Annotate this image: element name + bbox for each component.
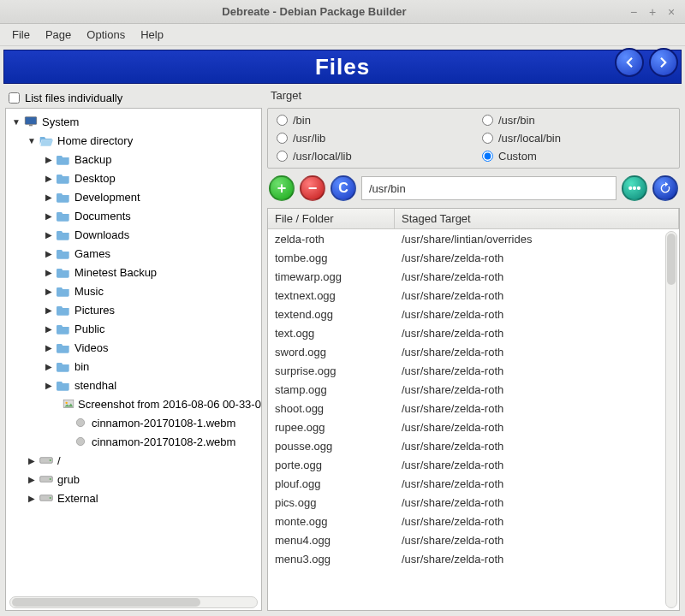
table-row[interactable]: surprise.ogg/usr/share/zelda-roth [268,361,679,380]
expand-icon[interactable]: ▶ [44,381,54,390]
folder-icon [56,190,71,204]
table-row[interactable]: porte.ogg/usr/share/zelda-roth [268,455,679,474]
table-row[interactable]: text.ogg/usr/share/zelda-roth [268,323,679,342]
target-path-input[interactable] [361,176,616,200]
table-row[interactable]: stamp.ogg/usr/share/zelda-roth [268,380,679,399]
cell-file: shoot.ogg [268,400,395,417]
expand-icon[interactable]: ▶ [27,494,37,503]
tree-item-label: Downloads [74,228,129,241]
col-staged-target[interactable]: Staged Target [395,209,679,228]
expand-icon[interactable]: ▶ [44,174,54,183]
list-individually-checkbox[interactable] [9,92,20,104]
tree-item[interactable]: ▼System [8,112,259,131]
menu-page[interactable]: Page [39,26,78,44]
expand-icon[interactable]: ▶ [44,324,54,334]
target-radio-bin[interactable]: /bin [277,114,465,127]
tree-item[interactable]: ▶bin [8,357,259,376]
table-row[interactable]: rupee.ogg/usr/share/zelda-roth [268,418,679,436]
tree-item[interactable]: cinnamon-20170108-1.webm [8,413,259,432]
tree-item[interactable]: ▶Games [8,244,259,263]
table-row[interactable]: timewarp.ogg/usr/share/zelda-roth [268,267,679,286]
table-row[interactable]: sword.ogg/usr/share/zelda-roth [268,342,679,361]
expand-icon[interactable]: ▶ [44,268,54,277]
target-radio-usrlocallib[interactable]: /usr/local/lib [277,150,465,163]
expand-icon[interactable]: ▶ [44,249,54,258]
refresh-button[interactable] [652,175,678,201]
expand-icon[interactable]: ▶ [44,287,54,296]
table-row[interactable]: plouf.ogg/usr/share/zelda-roth [268,474,679,493]
tree-item[interactable]: cinnamon-20170108-2.webm [8,432,259,451]
expand-icon[interactable]: ▶ [44,155,54,164]
target-radio-usrlib[interactable]: /usr/lib [277,132,465,145]
file-icon [73,416,88,429]
tree-item[interactable]: ▶Music [8,281,259,300]
cell-target: /usr/share/zelda-roth [395,438,679,454]
table-row[interactable]: monte.ogg/usr/share/zelda-roth [268,512,679,530]
tree-hscrollbar[interactable] [9,596,258,608]
tree-item[interactable]: Screenshot from 2016-08-06 00-33-07 [8,394,259,413]
tree-item[interactable]: ▶Desktop [8,169,259,187]
browse-button[interactable]: ••• [622,175,647,201]
target-radio-custom[interactable]: Custom [482,150,670,163]
table-row[interactable]: menu4.ogg/usr/share/zelda-roth [268,530,679,549]
cell-file: monte.ogg [268,513,395,530]
cell-file: surprise.ogg [268,363,395,379]
maximize-button[interactable]: + [646,5,659,19]
table-row[interactable]: menu3.ogg/usr/share/zelda-roth [268,549,679,568]
expand-icon[interactable]: ▶ [44,343,54,352]
table-vscrollbar[interactable] [665,231,677,608]
tree-item[interactable]: ▶Videos [8,338,259,357]
table-row[interactable]: pousse.ogg/usr/share/zelda-roth [268,436,679,455]
minimize-button[interactable]: − [627,5,640,19]
col-file-folder[interactable]: File / Folder [268,209,395,228]
clear-button[interactable]: C [331,175,356,201]
next-page-button[interactable] [649,48,678,77]
expand-icon[interactable]: ▶ [44,192,54,202]
folder-open-icon [39,133,54,147]
tree-item[interactable]: ▶Development [8,187,259,206]
expand-icon[interactable]: ▶ [44,362,54,371]
tree-item[interactable]: ▼Home directory [8,131,259,150]
radio-input[interactable] [277,151,288,162]
tree-item[interactable]: ▶External [8,489,259,507]
radio-input[interactable] [482,133,493,144]
add-button[interactable]: + [269,175,295,201]
expand-icon[interactable]: ▶ [44,211,54,221]
table-row[interactable]: shoot.ogg/usr/share/zelda-roth [268,399,679,418]
collapse-icon[interactable]: ▼ [27,136,37,145]
remove-button[interactable]: − [300,175,325,201]
svg-rect-0 [25,117,36,125]
collapse-icon[interactable]: ▼ [11,117,21,127]
tree-item[interactable]: ▶Minetest Backup [8,263,259,281]
radio-input[interactable] [482,151,493,162]
menu-options[interactable]: Options [80,26,132,44]
expand-icon[interactable]: ▶ [44,305,54,315]
expand-icon[interactable]: ▶ [44,230,54,240]
radio-input[interactable] [482,115,493,126]
menu-help[interactable]: Help [134,26,170,44]
radio-input[interactable] [277,133,288,144]
table-row[interactable]: textend.ogg/usr/share/zelda-roth [268,305,679,323]
prev-page-button[interactable] [615,48,644,77]
expand-icon[interactable]: ▶ [27,456,37,465]
table-row[interactable]: pics.ogg/usr/share/zelda-roth [268,493,679,512]
tree-item[interactable]: ▶Public [8,319,259,338]
tree-item[interactable]: ▶stendhal [8,376,259,394]
tree-item[interactable]: ▶Documents [8,206,259,225]
table-row[interactable]: tombe.ogg/usr/share/zelda-roth [268,248,679,267]
table-row[interactable]: zelda-roth/usr/share/lintian/overrides [268,229,679,248]
close-button[interactable]: × [664,5,678,19]
tree-item[interactable]: ▶Backup [8,150,259,169]
target-radio-usrbin[interactable]: /usr/bin [482,114,670,127]
radio-input[interactable] [277,115,288,126]
tree-item[interactable]: ▶grub [8,470,259,489]
tree-item[interactable]: ▶Downloads [8,225,259,244]
tree-item-label: cinnamon-20170108-1.webm [92,417,235,429]
table-row[interactable]: textnext.ogg/usr/share/zelda-roth [268,286,679,305]
target-radio-usrlocalbin[interactable]: /usr/local/bin [482,132,670,145]
menu-file[interactable]: File [5,26,37,44]
svg-point-4 [76,418,84,426]
tree-item[interactable]: ▶Pictures [8,300,259,319]
expand-icon[interactable]: ▶ [27,475,37,484]
tree-item[interactable]: ▶/ [8,451,259,470]
